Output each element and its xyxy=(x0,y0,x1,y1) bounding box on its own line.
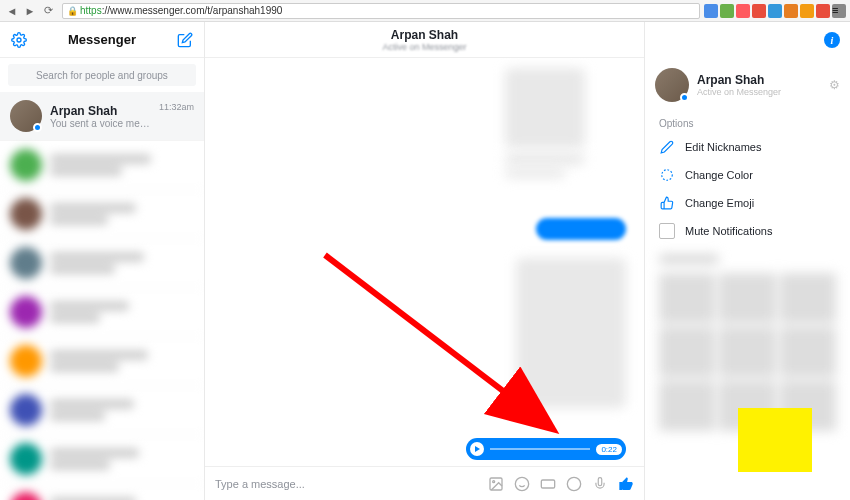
option-edit-nicknames[interactable]: Edit Nicknames xyxy=(645,133,850,161)
sent-message-bubble xyxy=(536,218,626,240)
svg-point-2 xyxy=(493,480,495,482)
option-label: Change Emoji xyxy=(685,197,754,209)
conversation-item-blurred[interactable] xyxy=(0,190,204,239)
voice-duration: 0:22 xyxy=(596,444,622,455)
compose-icon[interactable] xyxy=(176,31,194,49)
conversation-item-blurred[interactable] xyxy=(0,386,204,435)
url-rest: ://www.messenger.com/t/arpanshah1990 xyxy=(102,5,283,16)
info-status: Active on Messenger xyxy=(697,87,781,97)
option-change-emoji[interactable]: Change Emoji xyxy=(645,189,850,217)
conversation-item[interactable]: Arpan Shah You sent a voice message. 11:… xyxy=(0,92,204,141)
avatar xyxy=(10,100,42,132)
settings-icon[interactable] xyxy=(10,31,28,49)
message-input[interactable] xyxy=(215,478,478,490)
sidebar-header: Messenger xyxy=(0,22,204,58)
thumbs-up-icon xyxy=(659,195,675,211)
option-label: Change Color xyxy=(685,169,753,181)
presence-dot xyxy=(33,123,42,132)
contact-status: Active on Messenger xyxy=(382,42,466,52)
conversation-preview: You sent a voice message. xyxy=(50,118,151,129)
option-label: Mute Notifications xyxy=(685,225,772,237)
checkbox-icon xyxy=(659,223,675,239)
profile-settings-icon[interactable]: ⚙ xyxy=(829,78,840,92)
info-name: Arpan Shah xyxy=(697,73,781,87)
like-icon[interactable] xyxy=(618,476,634,492)
svg-point-0 xyxy=(17,38,21,42)
conversation-name: Arpan Shah xyxy=(50,104,151,118)
color-icon xyxy=(659,167,675,183)
svg-point-8 xyxy=(662,170,673,181)
conversation-item-blurred[interactable] xyxy=(0,484,204,500)
message-composer xyxy=(205,466,644,500)
avatar xyxy=(655,68,689,102)
gif-icon[interactable] xyxy=(540,476,556,492)
option-mute[interactable]: Mute Notifications xyxy=(645,217,850,245)
info-icon[interactable]: i xyxy=(824,32,840,48)
contact-name: Arpan Shah xyxy=(391,28,458,42)
conversation-item-blurred[interactable] xyxy=(0,435,204,484)
svg-rect-6 xyxy=(541,480,554,488)
conversation-pane: Arpan Shah Active on Messenger 0:22 xyxy=(205,22,645,500)
conversation-item-blurred[interactable] xyxy=(0,239,204,288)
pencil-icon xyxy=(659,139,675,155)
svg-point-3 xyxy=(515,477,528,490)
extension-icons: ≡ xyxy=(704,4,846,18)
svg-point-7 xyxy=(567,477,580,490)
search-input[interactable]: Search for people and groups xyxy=(8,64,196,86)
conversation-list: Arpan Shah You sent a voice message. 11:… xyxy=(0,92,204,500)
play-icon[interactable] xyxy=(470,442,484,456)
option-change-color[interactable]: Change Color xyxy=(645,161,850,189)
messages-area: 0:22 xyxy=(205,58,644,466)
forward-button[interactable]: ► xyxy=(22,3,38,19)
photo-icon[interactable] xyxy=(488,476,504,492)
presence-dot xyxy=(680,93,689,102)
emoji-icon[interactable] xyxy=(566,476,582,492)
option-label: Edit Nicknames xyxy=(685,141,761,153)
lock-icon: 🔒 xyxy=(67,6,78,16)
reload-button[interactable]: ⟳ xyxy=(40,3,56,19)
voice-icon[interactable] xyxy=(592,476,608,492)
options-heading: Options xyxy=(645,112,850,133)
conversation-item-blurred[interactable] xyxy=(0,288,204,337)
conversation-header: Arpan Shah Active on Messenger xyxy=(205,22,644,58)
voice-progress-track[interactable] xyxy=(490,448,590,450)
annotation-highlight xyxy=(738,408,812,472)
conversation-item-blurred[interactable] xyxy=(0,337,204,386)
browser-toolbar: ◄ ► ⟳ 🔒 https://www.messenger.com/t/arpa… xyxy=(0,0,850,22)
app-title: Messenger xyxy=(28,32,176,47)
url-bar[interactable]: 🔒 https://www.messenger.com/t/arpanshah1… xyxy=(62,3,700,19)
url-https: https xyxy=(80,5,102,16)
sticker-icon[interactable] xyxy=(514,476,530,492)
conversation-item-blurred[interactable] xyxy=(0,141,204,190)
info-profile: Arpan Shah Active on Messenger ⚙ xyxy=(645,58,850,112)
voice-message-bubble[interactable]: 0:22 xyxy=(466,438,626,460)
info-header: i xyxy=(645,22,850,58)
search-placeholder: Search for people and groups xyxy=(36,70,168,81)
conversations-sidebar: Messenger Search for people and groups A… xyxy=(0,22,205,500)
app-container: Messenger Search for people and groups A… xyxy=(0,22,850,500)
back-button[interactable]: ◄ xyxy=(4,3,20,19)
conversation-time: 11:32am xyxy=(159,102,194,112)
